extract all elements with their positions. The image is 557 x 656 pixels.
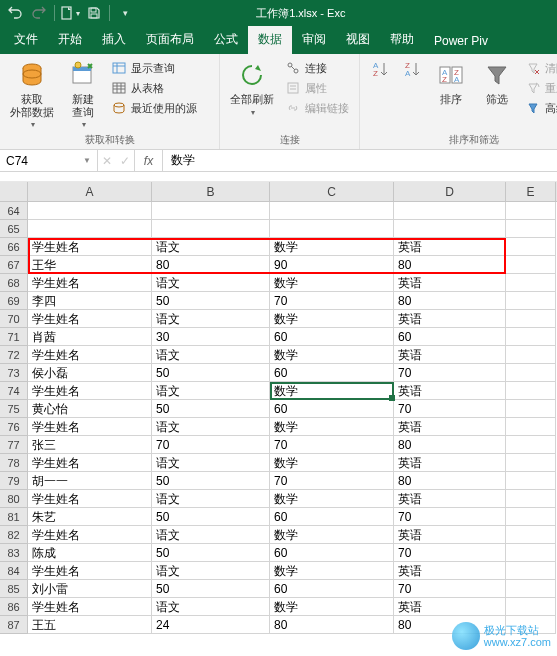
row-header[interactable]: 72	[0, 346, 28, 364]
cell[interactable]: 数学	[270, 490, 394, 508]
cell[interactable]: 70	[394, 400, 506, 418]
cell[interactable]: 60	[270, 400, 394, 418]
cell[interactable]: 学生姓名	[28, 526, 152, 544]
cell[interactable]: 陈成	[28, 544, 152, 562]
fx-icon[interactable]: fx	[135, 150, 163, 171]
sort-desc-button[interactable]: ZA	[398, 57, 426, 81]
tab-formulas[interactable]: 公式	[204, 26, 248, 54]
cell[interactable]	[506, 562, 556, 580]
cell[interactable]: 50	[152, 400, 270, 418]
cell[interactable]: 学生姓名	[28, 346, 152, 364]
cell[interactable]: 50	[152, 508, 270, 526]
cell[interactable]: 语文	[152, 274, 270, 292]
cell[interactable]: 数学	[270, 274, 394, 292]
cell[interactable]: 学生姓名	[28, 310, 152, 328]
cell[interactable]	[506, 400, 556, 418]
cell[interactable]: 60	[270, 364, 394, 382]
cell[interactable]: 学生姓名	[28, 274, 152, 292]
cell[interactable]: 50	[152, 580, 270, 598]
cell[interactable]: 60	[270, 328, 394, 346]
save-icon[interactable]	[83, 2, 105, 24]
cell[interactable]	[506, 436, 556, 454]
row-header[interactable]: 86	[0, 598, 28, 616]
cell[interactable]: 50	[152, 364, 270, 382]
cell[interactable]: 语文	[152, 598, 270, 616]
cell[interactable]: 王华	[28, 256, 152, 274]
row-header[interactable]: 78	[0, 454, 28, 472]
row-header[interactable]: 74	[0, 382, 28, 400]
cell[interactable]: 刘小雷	[28, 580, 152, 598]
cell[interactable]: 50	[152, 544, 270, 562]
tab-view[interactable]: 视图	[336, 26, 380, 54]
col-header-A[interactable]: A	[28, 182, 152, 201]
cell[interactable]	[270, 220, 394, 238]
sort-button[interactable]: AZZA 排序	[430, 57, 472, 108]
cell[interactable]: 学生姓名	[28, 238, 152, 256]
cell[interactable]: 英语	[394, 598, 506, 616]
cell[interactable]: 英语	[394, 346, 506, 364]
refresh-all-button[interactable]: 全部刷新 ▾	[226, 57, 278, 119]
cell[interactable]: 学生姓名	[28, 598, 152, 616]
cell[interactable]: 50	[152, 472, 270, 490]
cell[interactable]	[506, 346, 556, 364]
cell[interactable]	[28, 220, 152, 238]
cell[interactable]: 数学	[270, 382, 394, 400]
row-header[interactable]: 71	[0, 328, 28, 346]
cell[interactable]	[506, 598, 556, 616]
cell[interactable]	[506, 328, 556, 346]
new-query-button[interactable]: 新建 查询 ▾	[62, 57, 104, 131]
cell[interactable]: 语文	[152, 490, 270, 508]
col-header-B[interactable]: B	[152, 182, 270, 201]
cell[interactable]: 60	[394, 328, 506, 346]
cell[interactable]: 数学	[270, 526, 394, 544]
cell[interactable]	[506, 202, 556, 220]
cell[interactable]: 英语	[394, 238, 506, 256]
cell[interactable]: 24	[152, 616, 270, 634]
cell[interactable]	[152, 202, 270, 220]
row-header[interactable]: 73	[0, 364, 28, 382]
row-header[interactable]: 80	[0, 490, 28, 508]
cell[interactable]: 30	[152, 328, 270, 346]
cell[interactable]	[394, 220, 506, 238]
row-header[interactable]: 69	[0, 292, 28, 310]
cell[interactable]	[506, 220, 556, 238]
cell[interactable]	[506, 544, 556, 562]
recent-sources-button[interactable]: 最近使用的源	[108, 99, 200, 117]
cell[interactable]: 60	[270, 580, 394, 598]
cell[interactable]: 数学	[270, 346, 394, 364]
cell[interactable]	[506, 292, 556, 310]
qat-customize-icon[interactable]: ▾	[114, 2, 136, 24]
cell[interactable]	[506, 580, 556, 598]
cell[interactable]	[506, 454, 556, 472]
cell[interactable]: 肖茜	[28, 328, 152, 346]
cell[interactable]	[152, 220, 270, 238]
cell[interactable]: 70	[394, 544, 506, 562]
tab-review[interactable]: 审阅	[292, 26, 336, 54]
cell[interactable]	[506, 526, 556, 544]
row-header[interactable]: 64	[0, 202, 28, 220]
cell[interactable]	[270, 202, 394, 220]
row-header[interactable]: 83	[0, 544, 28, 562]
row-header[interactable]: 75	[0, 400, 28, 418]
cell[interactable]	[506, 418, 556, 436]
cell[interactable]: 语文	[152, 346, 270, 364]
row-header[interactable]: 68	[0, 274, 28, 292]
cell[interactable]: 英语	[394, 274, 506, 292]
cell[interactable]	[28, 202, 152, 220]
row-header[interactable]: 67	[0, 256, 28, 274]
cell[interactable]: 语文	[152, 562, 270, 580]
cell[interactable]: 80	[394, 436, 506, 454]
col-header-C[interactable]: C	[270, 182, 394, 201]
cell[interactable]: 80	[394, 472, 506, 490]
cell[interactable]: 数学	[270, 562, 394, 580]
cell[interactable]	[506, 310, 556, 328]
connections-button[interactable]: 连接	[282, 59, 352, 77]
cell[interactable]: 60	[270, 544, 394, 562]
cell[interactable]: 70	[394, 364, 506, 382]
cell[interactable]	[394, 202, 506, 220]
cell[interactable]: 数学	[270, 310, 394, 328]
cell[interactable]: 英语	[394, 562, 506, 580]
cell[interactable]	[506, 256, 556, 274]
cell[interactable]: 张三	[28, 436, 152, 454]
cell[interactable]: 数学	[270, 454, 394, 472]
